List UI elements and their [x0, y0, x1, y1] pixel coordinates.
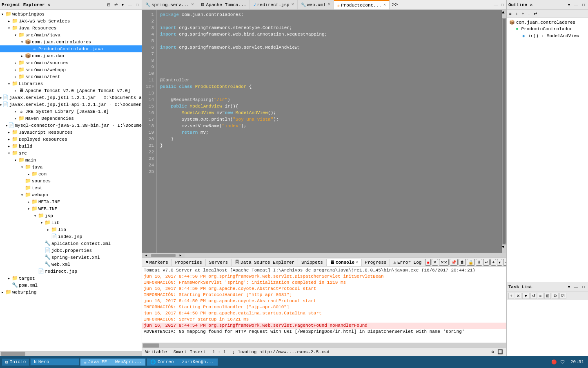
- tree-item-src-main-test[interactable]: ▸ 📁 src/main/test: [0, 73, 142, 80]
- outline-link-button[interactable]: ⇄: [532, 11, 539, 17]
- hscroll-thumb[interactable]: [151, 254, 176, 257]
- tab-close-button[interactable]: ×: [383, 3, 386, 7]
- tab-apache-tomcat[interactable]: 🖥 Apache Tomca...: [197, 0, 250, 9]
- tree-item-web-xml[interactable]: 🔧 web.xml: [0, 261, 142, 268]
- task-list-maximize-button[interactable]: □: [581, 284, 586, 290]
- vertical-scrollbar[interactable]: ▲ ▼: [501, 10, 506, 253]
- tree-arrow[interactable]: ▾: [7, 81, 11, 86]
- tree-item-maven-deps[interactable]: ▸ 📁 Maven Dependencies: [0, 115, 142, 122]
- tree-item-src[interactable]: ▾ 📁 src: [0, 150, 142, 157]
- tree-item-js-resources[interactable]: ▸ 📁 JavaScript Resources: [0, 129, 142, 136]
- tree-arrow[interactable]: ▾: [20, 193, 24, 197]
- tree-arrow[interactable]: ▾: [20, 40, 24, 45]
- tree-arrow[interactable]: ▸: [13, 74, 18, 79]
- tree-item-aplication-context[interactable]: 🔧 aplication-context.xml: [0, 240, 142, 247]
- tree-item-deployed-resources[interactable]: ▸ 📁 Deployed Resources: [0, 136, 142, 143]
- task-refresh-button[interactable]: ↺: [530, 293, 537, 299]
- tree-item-spring-servlet[interactable]: 🔧 spring-servlet.xml: [0, 254, 142, 261]
- tree-arrow[interactable]: ▸: [7, 130, 11, 135]
- minimize-console-button[interactable]: —: [503, 259, 506, 266]
- tab-overflow-button[interactable]: >>: [390, 1, 400, 9]
- task-filter-button[interactable]: ▼: [522, 293, 530, 299]
- view-menu-button[interactable]: ▾: [120, 2, 125, 8]
- outline-minimize-button[interactable]: —: [572, 2, 580, 8]
- tab-close-button[interactable]: ×: [292, 2, 294, 7]
- tree-item-test[interactable]: 📁 test: [0, 184, 142, 191]
- tab-close-button[interactable]: ×: [191, 2, 194, 7]
- tree-arrow[interactable]: ▸: [13, 61, 18, 65]
- task-settings-button[interactable]: ⚙: [552, 293, 559, 299]
- tree-item-build[interactable]: ▸ 📁 build: [0, 143, 142, 150]
- task-list-menu-button[interactable]: ▾: [566, 284, 572, 290]
- tab-redirect-jsp[interactable]: J redirect.jsp ×: [250, 0, 297, 9]
- tree-arrow[interactable]: ▸: [46, 227, 51, 232]
- outline-menu-button[interactable]: ▾: [566, 2, 572, 8]
- scroll-right-button[interactable]: ►: [176, 254, 185, 258]
- minimize-button[interactable]: —: [126, 2, 134, 8]
- tree-item-java2[interactable]: ▾ 📁 java: [0, 164, 142, 171]
- scroll-lock-button[interactable]: 🔒: [467, 259, 475, 266]
- task-check-button[interactable]: ☑: [559, 293, 566, 299]
- tree-item-websringdos[interactable]: ▾ 📁 WebSpringDos: [0, 11, 142, 18]
- collapse-all-button[interactable]: ⊟: [105, 2, 112, 8]
- editor-horizontal-scrollbar[interactable]: ◄ ►: [142, 253, 506, 258]
- tree-item-src-main-sources[interactable]: ▸ 📁 src/main/sources: [0, 59, 142, 66]
- scroll-up-button[interactable]: ▲: [502, 10, 506, 18]
- outline-hide-fields-button[interactable]: ≡: [508, 11, 513, 17]
- outline-collapse-button[interactable]: -: [527, 11, 531, 17]
- task-list-minimize-button[interactable]: —: [572, 284, 580, 290]
- tree-item-com-juan-dao[interactable]: ▸ 📦 com.juan.dao: [0, 52, 142, 59]
- tab-web-xml[interactable]: 🔧 web.xml ×: [298, 0, 334, 9]
- tree-arrow[interactable]: ▸: [26, 200, 31, 204]
- tree-item-jdbc-props[interactable]: 📄 jdbc.properties: [0, 247, 142, 254]
- remove-all-button[interactable]: ✕✕: [439, 259, 449, 266]
- tab-producto-controlador[interactable]: ☕ ProductoCont... ×: [334, 0, 390, 9]
- tree-item-meta-inf[interactable]: ▸ 📁 META-INF: [0, 198, 142, 205]
- tree-arrow[interactable]: ▾: [33, 213, 38, 218]
- tree-item-jre[interactable]: ▸ ☕ JRE System Library [JavaSE-1.8]: [0, 108, 142, 115]
- tree-arrow[interactable]: ▸: [13, 67, 18, 72]
- tab-close-button[interactable]: ×: [328, 2, 330, 7]
- tree-arrow[interactable]: ▸: [26, 172, 31, 177]
- outline-maximize-button[interactable]: □: [581, 2, 586, 8]
- tab-error-log[interactable]: ⚠ Error Log: [390, 259, 425, 266]
- tree-item-tomcat[interactable]: ▸ 🖥 Apache Tomcat v7.0 [Apache Tomcat v7…: [0, 87, 142, 94]
- task-columns-button[interactable]: ⊞: [544, 293, 551, 299]
- code-editor[interactable]: package com.juan.controladores; import o…: [157, 10, 501, 253]
- tab-console[interactable]: 🖥 Console ✕: [327, 259, 362, 266]
- tree-item-web-inf[interactable]: ▾ 📁 WEB-INF: [0, 205, 142, 212]
- tab-data-source-explorer[interactable]: 🗄 Data Source Explorer: [232, 259, 298, 266]
- tree-arrow[interactable]: ▾: [0, 12, 5, 17]
- tree-arrow[interactable]: ▸: [20, 54, 24, 58]
- tree-item-libraries[interactable]: ▾ 📁 Libraries: [0, 80, 142, 87]
- word-wrap-button[interactable]: ↵: [483, 259, 490, 266]
- start-button[interactable]: ⊞ Inicio: [2, 358, 29, 366]
- scroll-left-button[interactable]: ◄: [142, 254, 150, 258]
- task-new-button[interactable]: +: [508, 293, 514, 299]
- tab-snippets[interactable]: Snippets: [298, 259, 327, 266]
- taskbar-nero[interactable]: N Nero: [30, 358, 79, 366]
- tree-item-javax-jstl[interactable]: ▸ 📄 javax.servlet.jsp.jstl-1.2.1.jar - I…: [0, 94, 142, 101]
- tree-item-webspring[interactable]: ▸ 📁 WebSrping: [0, 289, 142, 296]
- tab-properties[interactable]: Properties: [172, 259, 206, 266]
- tree-item-pom[interactable]: 🔧 pom.xml: [0, 282, 142, 289]
- tree-arrow[interactable]: ▾: [39, 220, 44, 225]
- tree-item-com-juan-controladores[interactable]: ▾ 📦 com.juan.controladores: [0, 38, 142, 45]
- new-console-button[interactable]: +: [490, 259, 496, 266]
- taskbar-correo[interactable]: 🌐 Correo - zuriKen@h...: [147, 358, 218, 366]
- scroll-end-button[interactable]: ⬇: [476, 259, 482, 266]
- tree-arrow[interactable]: ▸: [13, 116, 18, 121]
- tree-item-webapp[interactable]: ▾ 📁 webapp: [0, 191, 142, 198]
- tree-arrow[interactable]: ▾: [26, 206, 31, 211]
- tree-item-redirect-jsp[interactable]: 📄 redirect.jsp: [0, 268, 142, 275]
- console-horizontal-scrollbar[interactable]: [142, 343, 506, 348]
- tree-item-src-main-java[interactable]: ▾ 📁 src/main/java: [0, 31, 142, 38]
- tree-arrow[interactable]: ▾: [7, 26, 11, 31]
- tab-markers[interactable]: ⚑ Markers: [142, 259, 172, 266]
- tree-arrow[interactable]: ▾: [13, 158, 18, 163]
- tree-arrow[interactable]: ▸: [13, 109, 18, 114]
- task-delete-button[interactable]: ✕: [515, 293, 521, 299]
- tree-arrow[interactable]: ▸: [7, 276, 11, 281]
- tree-arrow[interactable]: ▸: [13, 88, 18, 93]
- tree-arrow[interactable]: ▾: [7, 151, 11, 156]
